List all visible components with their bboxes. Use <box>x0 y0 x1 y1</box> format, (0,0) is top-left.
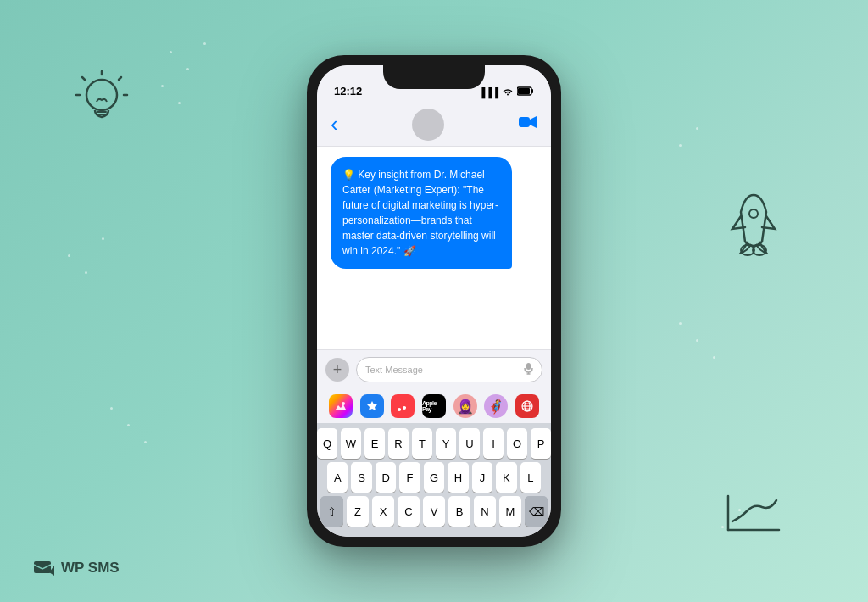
appstore-icon[interactable] <box>360 394 384 418</box>
music-icon[interactable] <box>391 394 415 418</box>
svg-rect-14 <box>518 88 530 94</box>
svg-marker-16 <box>530 116 537 128</box>
keyboard: Q W E R T Y U I O P A S D F G <box>317 423 551 537</box>
phone-frame: 12:12 ▐▐▐ ‹ <box>307 55 561 547</box>
key-k[interactable]: K <box>496 462 516 493</box>
key-s[interactable]: S <box>351 462 371 493</box>
svg-point-20 <box>335 400 347 412</box>
svg-line-3 <box>82 77 85 80</box>
svg-rect-15 <box>519 117 530 127</box>
key-x[interactable]: X <box>372 496 394 527</box>
memoji-1-icon[interactable]: 🧕 <box>453 394 477 418</box>
mic-icon <box>524 363 533 377</box>
status-icons: ▐▐▐ <box>479 86 534 98</box>
svg-point-9 <box>741 245 754 255</box>
message-bubble: 💡 Key insight from Dr. Michael Carter (M… <box>331 157 512 269</box>
key-g[interactable]: G <box>424 462 444 493</box>
svg-line-2 <box>119 77 121 80</box>
apple-pay-icon[interactable]: Apple Pay <box>422 394 446 418</box>
globe-icon[interactable] <box>515 394 539 418</box>
nav-bar: ‹ <box>317 103 551 147</box>
rocket-decoration <box>715 187 792 263</box>
svg-point-10 <box>753 245 766 255</box>
key-h[interactable]: H <box>448 462 468 493</box>
key-m[interactable]: M <box>499 496 521 527</box>
message-text: 💡 Key insight from Dr. Michael Carter (M… <box>342 169 498 257</box>
key-w[interactable]: W <box>341 428 361 459</box>
signal-icon: ▐▐▐ <box>479 87 498 98</box>
keyboard-row-3: ⇧ Z X C V B N M ⌫ <box>320 496 548 527</box>
wifi-icon <box>502 87 514 98</box>
brand-name: WP SMS <box>61 560 120 577</box>
status-time: 12:12 <box>334 85 362 98</box>
video-call-button[interactable] <box>519 115 537 133</box>
phone-screen: 12:12 ▐▐▐ ‹ <box>317 65 551 537</box>
key-o[interactable]: O <box>507 428 527 459</box>
key-b[interactable]: B <box>448 496 470 527</box>
key-z[interactable]: Z <box>347 496 369 527</box>
key-j[interactable]: J <box>472 462 492 493</box>
svg-point-21 <box>342 402 345 405</box>
keyboard-row-2: A S D F G H J K L <box>320 462 548 493</box>
key-r[interactable]: R <box>388 428 409 459</box>
svg-point-8 <box>749 209 758 218</box>
battery-icon <box>517 86 534 98</box>
message-input-area: + Text Message <box>317 349 551 389</box>
plus-icon: + <box>333 362 342 377</box>
keyboard-row-1: Q W E R T Y U I O P <box>320 428 548 459</box>
key-p[interactable]: P <box>531 428 551 459</box>
key-e[interactable]: E <box>364 428 385 459</box>
key-f[interactable]: F <box>399 462 420 493</box>
key-backspace[interactable]: ⌫ <box>525 496 548 527</box>
phone-mockup: 12:12 ▐▐▐ ‹ <box>307 55 561 547</box>
memoji-2-icon[interactable]: 🦸 <box>484 394 508 418</box>
back-button[interactable]: ‹ <box>331 111 338 137</box>
key-d[interactable]: D <box>376 462 396 493</box>
svg-rect-17 <box>526 363 531 370</box>
key-q[interactable]: Q <box>317 428 337 459</box>
branding-area: WP SMS <box>34 560 120 577</box>
key-c[interactable]: C <box>398 496 420 527</box>
key-n[interactable]: N <box>474 496 496 527</box>
key-i[interactable]: I <box>483 428 504 459</box>
key-t[interactable]: T <box>412 428 432 459</box>
phone-notch <box>383 65 485 89</box>
chart-decoration <box>724 492 783 534</box>
key-v[interactable]: V <box>423 496 445 527</box>
bulb-decoration <box>68 68 136 136</box>
messages-area: 💡 Key insight from Dr. Michael Carter (M… <box>317 147 551 349</box>
key-a[interactable]: A <box>327 462 348 493</box>
svg-rect-27 <box>34 561 51 573</box>
photos-app-icon[interactable] <box>329 394 353 418</box>
contact-avatar <box>412 109 444 141</box>
key-y[interactable]: Y <box>436 428 456 459</box>
key-shift[interactable]: ⇧ <box>320 496 343 527</box>
text-message-placeholder: Text Message <box>365 365 519 375</box>
key-u[interactable]: U <box>459 428 480 459</box>
key-l[interactable]: L <box>520 462 541 493</box>
add-button[interactable]: + <box>326 358 349 382</box>
svg-point-0 <box>86 80 117 110</box>
app-icons-row: Apple Pay 🧕 🦸 <box>317 389 551 423</box>
message-input-box[interactable]: Text Message <box>356 357 542 382</box>
